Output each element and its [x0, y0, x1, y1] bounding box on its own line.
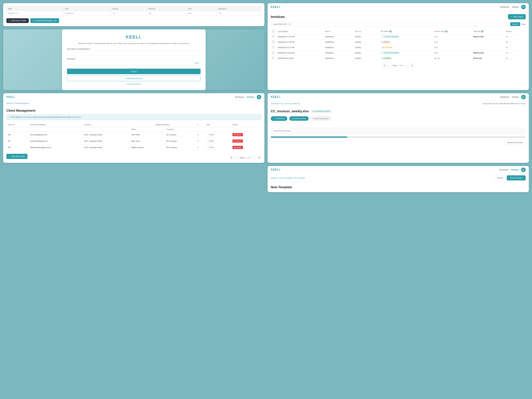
- cell-company: WS Company: [165, 144, 196, 150]
- row-checkbox-0[interactable]: [272, 35, 274, 37]
- import-td: Text: [111, 11, 147, 16]
- cell-invoices-sent: 0 / 3: [433, 50, 472, 56]
- of-label: of: [400, 64, 402, 66]
- cell-client-email: johnsmith@gmail.com: [28, 131, 82, 138]
- client-prev-page[interactable]: ‹: [235, 156, 239, 160]
- more-options-button-0[interactable]: …: [509, 35, 511, 38]
- step-invoices-generated: Invoices Generated: [310, 116, 331, 121]
- tmpl-nav-dashboard[interactable]: Dashboard: [499, 169, 509, 171]
- th-delete: Delete: [231, 122, 261, 127]
- client-first-page[interactable]: ⟪: [230, 156, 234, 160]
- cell-actions: ✎ …: [504, 34, 526, 39]
- create-account-button[interactable]: Create New Account: [67, 76, 201, 81]
- cell-delete: 🗑 Delete: [231, 131, 261, 138]
- edit-client-button-2[interactable]: ✎ Edit: [207, 146, 215, 149]
- cell-currency: AUD - Australian Dollar: [83, 144, 130, 150]
- template-actions: Cancel Save Changes: [494, 175, 526, 181]
- total-pages: 1: [403, 64, 404, 66]
- edit-row-button-4[interactable]: ✎: [506, 57, 508, 60]
- next-page-btn[interactable]: ›: [405, 63, 409, 67]
- cancel-button[interactable]: Cancel: [494, 175, 506, 181]
- row-checkbox-3[interactable]: [272, 52, 274, 54]
- client-next-page[interactable]: ›: [252, 156, 256, 160]
- login-button[interactable]: Log In: [67, 69, 201, 74]
- tmpl-breadcrumb-templates[interactable]: Invoice Templates: [279, 177, 292, 179]
- row-checkbox-2[interactable]: [272, 46, 274, 48]
- client-nav-settings[interactable]: Settings: [247, 96, 254, 98]
- import-panel: DateTimeServiceClient IDCostSpecial ID D…: [3, 3, 264, 26]
- cell-delete: 🗑 Delete: [231, 138, 261, 144]
- tmpl-breadcrumb-new: New Template: [294, 177, 305, 179]
- row-checkbox-4[interactable]: [272, 57, 274, 59]
- cell-status: ✓ Complete: [379, 56, 433, 61]
- edit-client-button-1[interactable]: ✎ Edit: [207, 139, 215, 143]
- cell-total-due: $300.00 AUD: [472, 34, 504, 39]
- row-checkbox-1[interactable]: [272, 41, 274, 43]
- cell-currency: AUD - Australian Dollar: [83, 138, 130, 144]
- more-options-button-4[interactable]: …: [509, 57, 511, 60]
- cell-invoices-sent: 0 / 0: [433, 45, 472, 50]
- edit-import-fields-button[interactable]: ✎ Edit Import Fields: [6, 18, 29, 23]
- new-import-button[interactable]: ＋ New Import: [508, 14, 526, 19]
- step-arrow-2: ›: [309, 117, 310, 120]
- nav-settings-link[interactable]: Settings: [512, 6, 519, 8]
- th-client-id: Client ID: [6, 122, 28, 127]
- first-page-btn[interactable]: ⟪: [382, 63, 386, 67]
- forgot-password-link[interactable]: Forgot Password?: [67, 83, 201, 85]
- tmpl-nav-settings[interactable]: Settings: [511, 169, 519, 171]
- edit-row-button-1[interactable]: ✎: [506, 41, 508, 43]
- more-options-button-3[interactable]: …: [509, 52, 511, 54]
- th-edit: Edit: [205, 122, 231, 127]
- info-banner: ℹ Client details can be used to detect a…: [6, 114, 261, 120]
- edit-client-button-0[interactable]: ✎ Edit: [207, 133, 215, 137]
- show-password-button[interactable]: Show: [195, 62, 199, 64]
- select-all-checkbox[interactable]: [272, 30, 274, 32]
- cell-status: ⚠ Review: [379, 39, 433, 45]
- cell-status: 📄 Invoices Generated: [379, 50, 433, 56]
- save-changes-button[interactable]: Save Changes: [507, 175, 526, 181]
- delete-client-button-2[interactable]: 🗑 Delete: [233, 146, 243, 149]
- last-page-btn[interactable]: ⟫: [410, 63, 414, 67]
- client-last-page[interactable]: ⟫: [257, 156, 261, 160]
- more-options-button-1[interactable]: …: [509, 41, 511, 43]
- status-badge: ⚠ Review: [380, 41, 391, 43]
- cell-client-id: MJ: [6, 138, 28, 144]
- clear-button[interactable]: Clear: [521, 23, 526, 25]
- prev-page-btn[interactable]: ‹: [387, 63, 391, 67]
- search-input[interactable]: [292, 22, 509, 26]
- version-history-link[interactable]: Version History: [514, 103, 526, 105]
- nav-dashboard-link[interactable]: Dashboard: [500, 6, 509, 8]
- password-input[interactable]: [67, 60, 201, 65]
- table-row: 14/04/2024 11:15 PM 20240224-1 24/02/0..…: [271, 45, 526, 50]
- tmpl-breadcrumb-settings[interactable]: Settings: [271, 177, 277, 179]
- cell-actions: ✎ …: [504, 56, 526, 61]
- delete-client-button-1[interactable]: 🗑 Delete: [233, 139, 243, 143]
- client-nav-dashboard[interactable]: Dashboard: [235, 96, 244, 98]
- edit-row-button-2[interactable]: ✎: [506, 46, 508, 49]
- edit-row-button-0[interactable]: ✎: [506, 35, 508, 38]
- cell-total-due: $0.00 AUD: [472, 56, 504, 61]
- template-panel: KEELI. Dashboard Settings IB Settings / …: [268, 166, 529, 192]
- client-section-title: Client Management: [6, 109, 261, 112]
- gen-nav-settings-link[interactable]: Settings: [512, 96, 519, 98]
- tmpl-nav-avatar: IB: [521, 168, 526, 172]
- import-th-cost: Cost: [186, 6, 217, 11]
- add-new-client-button[interactable]: ＋ Add New Client: [6, 154, 27, 159]
- import-td: Text: [147, 11, 186, 16]
- cell-name: Mary Jones: [130, 138, 165, 144]
- search-select[interactable]: Search By File ID: [271, 22, 291, 26]
- download-template-button[interactable]: ⬇ Download Template .xlsx: [30, 18, 59, 23]
- cancel-and-goback-button[interactable]: Cancel and Go back: [504, 140, 526, 145]
- edit-row-button-3[interactable]: ✎: [506, 52, 508, 54]
- username-input[interactable]: [67, 50, 201, 56]
- breadcrumb-path: Dashboard / CC_invoices_weekly.xlsx: [271, 103, 300, 105]
- delete-client-button-0[interactable]: 🗑 Delete: [233, 133, 243, 136]
- client-logo: KEELI.: [6, 96, 16, 99]
- search-button[interactable]: Search: [510, 22, 520, 26]
- invoices-title: Invoices: [271, 15, 285, 19]
- client-breadcrumb-settings[interactable]: Settings: [6, 102, 13, 104]
- breadcrumb-dashboard[interactable]: Dashboard: [271, 103, 279, 105]
- more-options-button-2[interactable]: …: [509, 46, 511, 49]
- gen-nav-dashboard-link[interactable]: Dashboard: [500, 96, 509, 98]
- cell-file-cre: 25/02/0...: [353, 50, 379, 56]
